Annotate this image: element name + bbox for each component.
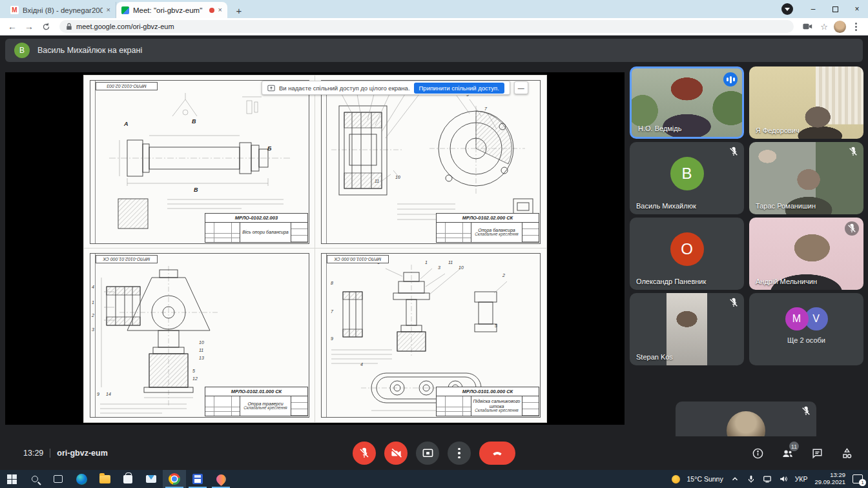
- meeting-info: 13:29 ori-gbvz-eum: [23, 449, 108, 458]
- camera-permission-button[interactable]: [800, 19, 814, 34]
- tray-mic-icon[interactable]: [747, 474, 756, 483]
- chat-button[interactable]: [810, 446, 824, 460]
- taskbar-clock[interactable]: 13:29 29.09.2021: [814, 472, 845, 486]
- title-block: МРЛО-0101.00.000 СК Підвіска сальниковог…: [436, 387, 539, 416]
- present-screen-icon: [422, 447, 434, 460]
- drawing-subtitle: Складальне креслення: [475, 232, 518, 237]
- drop-app-button[interactable]: [209, 470, 232, 488]
- network-icon[interactable]: [763, 474, 772, 483]
- mic-toggle-button[interactable]: [353, 442, 376, 465]
- participant-tile-fedorovych[interactable]: Я Федорович: [749, 66, 863, 139]
- close-tab-icon[interactable]: ×: [107, 6, 110, 14]
- drawing-sheet-rod-suspension: 6 1 3 11 10 2 8 7 5 9 4 МРЛО-0101.00.000…: [315, 249, 546, 422]
- screen-share-icon: [267, 85, 275, 92]
- tab-meet[interactable]: Meet: "ori-gbvz-eum" ×: [116, 2, 227, 18]
- drawing-subtitle: Складальне креслення: [243, 406, 287, 411]
- language-indicator[interactable]: УКР: [795, 475, 808, 483]
- chevron-up-icon[interactable]: [730, 474, 739, 483]
- tab-gmail[interactable]: M Вхідні (8) - deynegar2004@gma ×: [5, 2, 116, 18]
- floppy-app-button[interactable]: [186, 470, 209, 488]
- drawing-title: Підвіска сальникового штока: [473, 399, 521, 409]
- minimize-window-button[interactable]: –: [802, 0, 824, 18]
- participant-name: Тарас Романишин: [756, 202, 816, 210]
- more-options-button[interactable]: [448, 442, 471, 465]
- desktop: M Вхідні (8) - deynegar2004@gma × Meet: …: [0, 0, 868, 488]
- notification-count-badge: 1: [859, 479, 866, 486]
- hide-share-notice-button[interactable]: —: [514, 81, 528, 94]
- activities-button[interactable]: [840, 446, 854, 460]
- participant-tile-mykhailiuk[interactable]: В Василь Михайлюк: [630, 142, 744, 214]
- chevron-down-icon: [785, 8, 790, 11]
- corner-stamp: МРЛО-0102.02.003: [96, 82, 158, 90]
- chrome-taskbar-button[interactable]: [163, 470, 186, 488]
- back-button[interactable]: ←: [5, 19, 19, 34]
- meeting-code: ori-gbvz-eum: [57, 449, 107, 458]
- participant-tile-panevnyk[interactable]: О Олександр Паневник: [630, 218, 744, 290]
- weather-text[interactable]: 15°C Sunny: [687, 475, 723, 483]
- drawing-code: МРЛО-0101.00.000 СК: [437, 387, 539, 396]
- clock-time: 13:29: [830, 471, 845, 478]
- reload-icon: [42, 23, 50, 31]
- search-icon: [32, 476, 38, 482]
- edge-taskbar-button[interactable]: [70, 470, 93, 488]
- participant-tile-melnychyn[interactable]: Андрій Мельничин: [749, 218, 863, 290]
- reload-button[interactable]: [39, 19, 53, 34]
- participants-count-badge: 11: [789, 442, 799, 451]
- participant-filmstrip: Н.О. Ведмідь Я Федорович В Василь Михайл…: [625, 66, 868, 470]
- kebab-icon: [855, 23, 857, 31]
- mail-button[interactable]: [140, 470, 163, 488]
- chrome-icon: [169, 473, 180, 485]
- forward-button[interactable]: →: [22, 19, 36, 34]
- microsoft-store-button[interactable]: [116, 470, 140, 488]
- participant-initial-avatar: В: [670, 157, 704, 190]
- file-explorer-button[interactable]: [93, 470, 116, 488]
- taskbar-search-button[interactable]: [23, 470, 46, 488]
- share-notice-text: Ви надаєте спільний доступ до цілого екр…: [279, 85, 410, 92]
- profile-avatar[interactable]: [834, 21, 846, 33]
- media-control-button[interactable]: [781, 3, 793, 15]
- action-center-button[interactable]: 1: [852, 474, 863, 483]
- leave-call-button[interactable]: [479, 442, 515, 465]
- participant-name: Андрій Мельничин: [756, 278, 817, 285]
- gmail-favicon-icon: M: [10, 6, 19, 14]
- bookmark-button[interactable]: ☆: [817, 19, 831, 34]
- task-view-button[interactable]: [46, 470, 70, 488]
- stop-sharing-button[interactable]: Припинити спільний доступ.: [414, 83, 504, 94]
- participants-button[interactable]: 11: [780, 446, 794, 460]
- drawing-code: МРЛО-0102.02.003: [205, 214, 307, 223]
- more-participants-tile[interactable]: M V Ще 2 особи: [749, 293, 863, 365]
- meet-page: В Василь Михайлюк на екрані: [0, 36, 868, 470]
- browser-menu-button[interactable]: [849, 19, 863, 34]
- start-button[interactable]: [0, 470, 23, 488]
- chat-icon: [811, 447, 823, 460]
- new-tab-button[interactable]: +: [231, 3, 247, 18]
- video-camera-icon: [803, 23, 812, 30]
- participant-tile-vedmid[interactable]: Н.О. Ведмідь: [630, 66, 744, 139]
- participant-tile-romanyshyn[interactable]: Тарас Романишин: [749, 142, 863, 214]
- restore-icon: [832, 6, 838, 12]
- present-screen-button[interactable]: [416, 442, 439, 465]
- close-tab-icon[interactable]: ×: [218, 6, 222, 14]
- maximize-window-button[interactable]: [824, 0, 846, 18]
- address-bar[interactable]: meet.google.com/ori-gbvz-eum: [59, 20, 794, 33]
- presentation-stage: А В Б В МРЛО-0102.02.003 МРЛО-0102.02.00…: [5, 72, 625, 425]
- title-block: МРЛО-0102.02.003 Вісь опори балансира: [205, 213, 308, 243]
- edge-icon: [76, 474, 87, 485]
- speaking-indicator-icon: [723, 72, 738, 86]
- floppy-app-icon: [192, 474, 203, 484]
- mail-icon: [146, 475, 156, 483]
- mic-off-icon: [728, 147, 739, 157]
- participant-name: Н.О. Ведмідь: [638, 125, 681, 132]
- meeting-details-button[interactable]: [750, 446, 765, 460]
- window-controls: – ×: [781, 0, 868, 18]
- task-view-icon: [54, 475, 63, 483]
- participant-tile-stepan[interactable]: Stepan Kos: [630, 293, 744, 365]
- close-window-button[interactable]: ×: [846, 0, 868, 18]
- drop-app-icon: [214, 472, 227, 485]
- info-icon: [752, 447, 764, 460]
- volume-icon[interactable]: [779, 474, 788, 483]
- presenting-banner-text: Василь Михайлюк на екрані: [37, 46, 142, 55]
- screen-share-notice: Ви надаєте спільний доступ до цілого екр…: [262, 81, 528, 95]
- mic-off-icon: [801, 406, 811, 416]
- camera-toggle-button[interactable]: [384, 442, 408, 465]
